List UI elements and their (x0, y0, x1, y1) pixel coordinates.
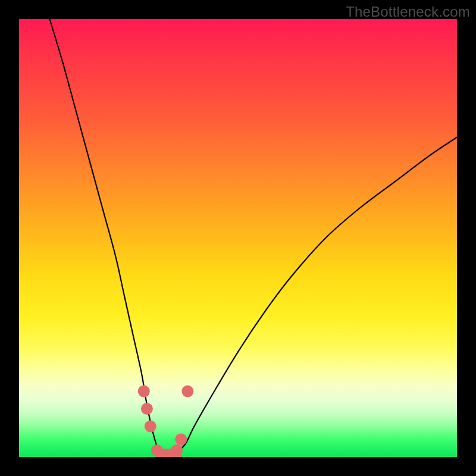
optimal-marker (164, 449, 176, 457)
optimal-marker (181, 386, 193, 397)
watermark-text: TheBottleneck.com (346, 4, 470, 20)
optimal-marker (158, 449, 170, 457)
optimal-marker (175, 434, 187, 446)
plot-area (19, 19, 457, 457)
optimal-marker (145, 420, 156, 432)
chart-frame: TheBottleneck.com (0, 0, 476, 476)
optimal-marker (171, 444, 183, 456)
optimal-marker (151, 444, 163, 456)
bottleneck-curve-svg (19, 19, 457, 457)
optimal-range-bar (156, 449, 182, 457)
bottleneck-curve (50, 19, 457, 457)
optimal-markers (138, 386, 194, 457)
optimal-marker (138, 386, 150, 397)
optimal-marker (141, 403, 153, 415)
